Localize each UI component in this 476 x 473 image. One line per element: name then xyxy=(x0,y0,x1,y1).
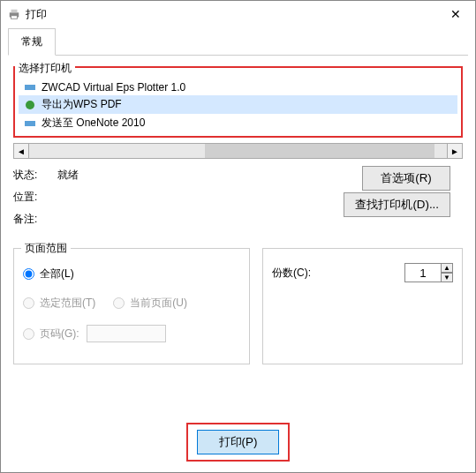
copies-label: 份数(C): xyxy=(272,266,404,281)
pdf-icon xyxy=(24,100,36,110)
scroll-thumb[interactable] xyxy=(205,144,434,158)
printer-item[interactable]: ZWCAD Virtual Eps Plotter 1.0 xyxy=(19,79,457,95)
svg-rect-5 xyxy=(25,121,35,126)
note-row: 备注: 查找打印机(D)... xyxy=(13,212,463,227)
printer-name: 导出为WPS PDF xyxy=(42,97,122,112)
copies-input[interactable] xyxy=(404,263,442,282)
plotter-icon xyxy=(24,82,36,93)
tab-general[interactable]: 常规 xyxy=(8,28,56,56)
titlebar: 打印 ✕ xyxy=(1,1,475,27)
page-number-input xyxy=(87,325,166,342)
page-range-legend: 页面范围 xyxy=(21,241,71,256)
printer-section-highlight: 选择打印机 ZWCAD Virtual Eps Plotter 1.0 导出为W… xyxy=(13,66,463,138)
location-label: 位置: xyxy=(13,190,57,205)
scroll-left-button[interactable]: ◄ xyxy=(13,143,29,159)
dialog-content: 选择打印机 ZWCAD Virtual Eps Plotter 1.0 导出为W… xyxy=(1,56,475,375)
svg-point-4 xyxy=(26,101,34,109)
printer-list-scrollbar[interactable]: ◄ ► xyxy=(13,143,463,159)
printer-section-label: 选择打印机 xyxy=(15,61,75,76)
svg-rect-1 xyxy=(11,10,18,13)
range-all-label: 全部(L) xyxy=(40,267,74,282)
range-current-row: 当前页面(U) xyxy=(113,296,187,311)
range-current-radio xyxy=(113,297,125,309)
dialog-footer: 打印(P) xyxy=(1,423,475,462)
printer-item[interactable]: 导出为WPS PDF xyxy=(19,95,457,114)
status-label: 状态: xyxy=(13,168,57,183)
copies-up-button[interactable]: ▲ xyxy=(441,263,453,273)
range-current-label: 当前页面(U) xyxy=(130,296,187,311)
svg-rect-3 xyxy=(25,85,35,90)
range-pages-row: 页码(G): xyxy=(23,325,240,342)
status-row: 状态: 就绪 首选项(R) xyxy=(13,168,463,183)
print-dialog: 打印 ✕ 常规 选择打印机 ZWCAD Virtual Eps Plotter … xyxy=(0,0,476,473)
preferences-button[interactable]: 首选项(R) xyxy=(362,166,450,191)
copies-down-button[interactable]: ▼ xyxy=(441,273,453,282)
lower-section: 页面范围 全部(L) 选定范围(T) 当前页面(U) xyxy=(13,234,463,364)
close-button[interactable]: ✕ xyxy=(435,1,475,27)
print-button-highlight: 打印(P) xyxy=(186,423,291,462)
svg-rect-2 xyxy=(11,16,18,19)
range-pages-radio xyxy=(23,328,34,340)
printer-name: ZWCAD Virtual Eps Plotter 1.0 xyxy=(42,81,185,94)
range-selection-row: 选定范围(T) xyxy=(23,296,95,311)
range-all-radio[interactable] xyxy=(23,268,34,280)
printer-list[interactable]: ZWCAD Virtual Eps Plotter 1.0 导出为WPS PDF… xyxy=(19,79,457,132)
printer-item[interactable]: 发送至 OneNote 2010 xyxy=(19,114,457,132)
copies-fieldset: 份数(C): ▲ ▼ xyxy=(262,248,463,364)
page-range-fieldset: 页面范围 全部(L) 选定范围(T) 当前页面(U) xyxy=(13,248,250,364)
range-pages-label: 页码(G): xyxy=(40,327,79,342)
range-selection-label: 选定范围(T) xyxy=(40,296,95,311)
window-title: 打印 xyxy=(26,7,47,22)
scroll-right-button[interactable]: ► xyxy=(447,143,463,159)
range-all-row[interactable]: 全部(L) xyxy=(23,267,240,282)
range-selection-radio xyxy=(23,297,34,309)
find-printer-button[interactable]: 查找打印机(D)... xyxy=(344,192,450,217)
note-label: 备注: xyxy=(13,212,57,227)
scroll-track[interactable] xyxy=(29,143,447,159)
copies-spinner[interactable]: ▲ ▼ xyxy=(441,263,453,282)
printer-name: 发送至 OneNote 2010 xyxy=(42,116,145,131)
onenote-icon xyxy=(24,118,36,129)
printer-icon xyxy=(8,8,20,20)
print-button[interactable]: 打印(P) xyxy=(197,430,280,454)
tab-bar: 常规 xyxy=(8,27,468,56)
